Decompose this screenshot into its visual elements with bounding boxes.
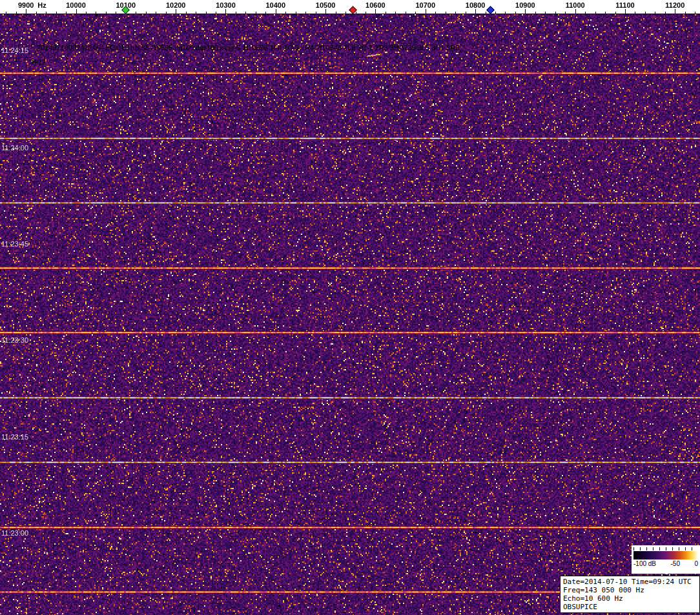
ruler-tick-label-10300: 10300 (216, 1, 236, 9)
ruler-ticks-canvas (0, 0, 700, 14)
ruler-tick-label-10500: 10500 (316, 1, 336, 9)
scale-label-max: 0 (694, 560, 698, 567)
time-label: 11:23:00 (1, 529, 28, 537)
ruler-unit-label: Hz (37, 1, 46, 9)
ruler-tick-label-11200: 11200 (665, 1, 685, 9)
frequency-ruler: 9900100001010010200103001040010500106001… (0, 0, 700, 14)
scale-labels: -100 dB -50 0 (633, 560, 698, 567)
info-station: OBSUPICE (563, 603, 697, 611)
ruler-tick-label-10400: 10400 (266, 1, 286, 9)
ruler-tick-label-11100: 11100 (615, 1, 634, 9)
scale-gradient-bar (633, 551, 698, 560)
time-label: 11:23:30 (1, 336, 28, 344)
ruler-tick-label-10000: 10000 (66, 1, 86, 9)
ruler-tick-label-10600: 10600 (365, 1, 386, 9)
info-frequency: Freq=143 050 000 Hz (563, 586, 697, 594)
time-label: 11:24:00 (1, 144, 28, 152)
scale-ticks (633, 547, 698, 550)
event-info-text: 20140710092412464 hCnt19 nb-88 f10595 hi… (37, 44, 459, 52)
info-echo: Echo=10 600 Hz (563, 594, 697, 603)
db-color-scale: -100 dB -50 0 (632, 545, 700, 574)
time-offset-text: ^t+12 (28, 58, 46, 66)
time-label: 11:23:45 (1, 240, 28, 248)
ruler-tick-label-11000: 11000 (566, 1, 585, 9)
ruler-tick-label-10800: 10800 (466, 1, 486, 9)
time-label: 11:24:15 (1, 46, 28, 54)
ruler-tick-label-9900: 9900 (18, 1, 34, 9)
time-label: 11:23:15 (1, 433, 28, 441)
spectrogram-canvas (0, 14, 700, 615)
scale-label-min: -100 dB (633, 560, 656, 567)
scale-label-mid: -50 (671, 560, 680, 567)
info-date-time: Date=2014-07-10 Time=09:24 UTC (563, 578, 697, 586)
spectrogram-window: 9900100001010010200103001040010500106001… (0, 0, 700, 615)
ruler-tick-label-10700: 10700 (416, 1, 436, 9)
ruler-tick-label-10200: 10200 (166, 1, 186, 9)
ruler-tick-label-10900: 10900 (515, 1, 535, 9)
observation-info-box: Date=2014-07-10 Time=09:24 UTC Freq=143 … (560, 576, 700, 613)
